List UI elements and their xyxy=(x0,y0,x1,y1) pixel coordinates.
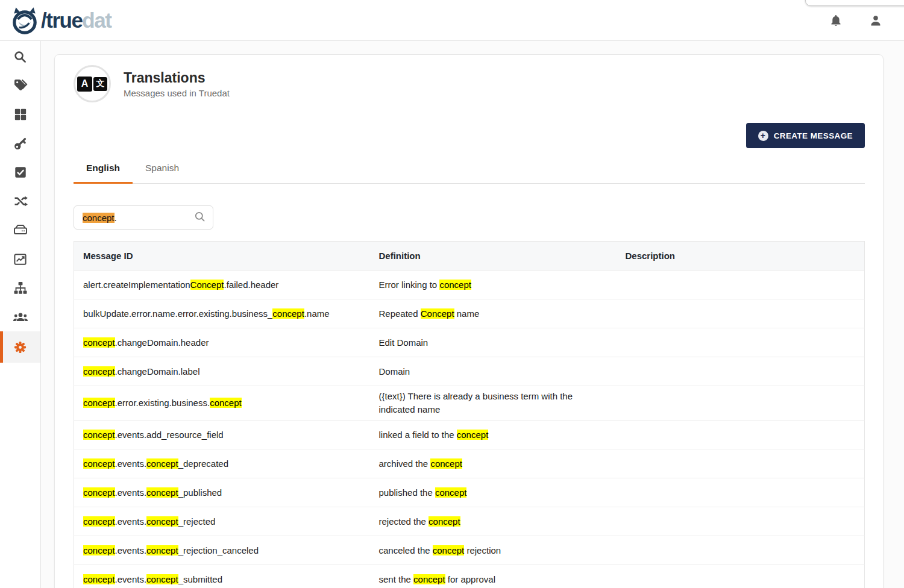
sidebar-item-users[interactable] xyxy=(0,302,40,331)
user-profile-icon[interactable] xyxy=(868,13,884,28)
cell-desc xyxy=(617,386,865,421)
plus-icon: + xyxy=(758,131,768,141)
text-segment: _rejected xyxy=(178,516,216,527)
tab-spanish[interactable]: Spanish xyxy=(133,163,192,184)
highlighted-match: concept xyxy=(430,458,462,469)
cell-def: canceled the concept rejection xyxy=(370,536,617,565)
translate-cjk-glyph: 文 xyxy=(93,77,107,91)
highlighted-match: concept xyxy=(146,487,178,498)
highlighted-match: concept xyxy=(83,398,115,408)
text-segment: .error.existing.business. xyxy=(115,398,210,408)
cell-mid: concept.events.concept_rejected xyxy=(74,507,370,536)
highlighted-match: concept xyxy=(457,430,489,440)
text-segment: archived the xyxy=(379,458,431,469)
highlighted-match: concept xyxy=(146,574,178,584)
table-row[interactable]: concept.events.concept_rejectedrejected … xyxy=(74,507,865,536)
cell-def: Edit Domain xyxy=(370,328,617,357)
language-tabs: English Spanish xyxy=(74,163,865,184)
page-title: Translations xyxy=(124,69,230,87)
top-navbar: /truedat xyxy=(0,0,904,41)
sidebar-item-tags[interactable] xyxy=(0,71,40,100)
sidebar-item-structure[interactable] xyxy=(0,274,40,302)
sidebar-item-modules[interactable] xyxy=(0,100,40,129)
highlighted-match: concept xyxy=(146,545,178,555)
brand-text: /truedat xyxy=(41,10,111,31)
text-segment: _rejection_canceled xyxy=(178,545,259,555)
highlighted-match: concept xyxy=(83,366,115,377)
create-message-button[interactable]: + CREATE MESSAGE xyxy=(746,123,865,148)
highlighted-match: concept xyxy=(83,337,115,348)
cell-mid: alert.createImplementationConcept.failed… xyxy=(74,271,370,299)
table-row[interactable]: alert.createImplementationConcept.failed… xyxy=(74,271,865,299)
sidebar-item-quality[interactable] xyxy=(0,245,40,274)
sidebar-item-search[interactable] xyxy=(0,42,40,71)
sidebar-item-tasks[interactable] xyxy=(0,158,40,187)
cell-desc xyxy=(617,478,865,507)
text-segment: linked a field to the xyxy=(379,430,457,440)
column-header-message-id: Message ID xyxy=(74,242,370,271)
highlighted-match: Concept xyxy=(190,280,224,290)
text-segment: .changeDomain.header xyxy=(115,337,209,348)
search-input[interactable]: concept. xyxy=(74,205,213,230)
cell-mid: concept.changeDomain.label xyxy=(74,357,370,386)
text-segment: Error linking to xyxy=(379,280,440,290)
cell-mid: bulkUpdate.error.name.error.existing.bus… xyxy=(74,299,370,328)
table-row[interactable]: concept.error.existing.business.concept(… xyxy=(74,386,865,421)
cell-mid: concept.events.concept_rejection_cancele… xyxy=(74,536,370,565)
highlighted-match: concept xyxy=(83,458,115,469)
cell-desc xyxy=(617,507,865,536)
translations-card: A 文 Translations Messages used in Trueda… xyxy=(54,54,884,588)
sitemap-icon xyxy=(13,281,28,295)
text-segment: canceled the xyxy=(379,545,433,555)
cell-def: sent the concept for approval xyxy=(370,565,617,588)
text-segment: Domain xyxy=(379,366,410,377)
truedat-logo[interactable]: /truedat xyxy=(10,5,111,36)
cell-mid: concept.events.concept_published xyxy=(74,478,370,507)
table-row[interactable]: bulkUpdate.error.name.error.existing.bus… xyxy=(74,299,865,328)
cell-mid: concept.events.add_resource_field xyxy=(74,421,370,449)
cell-mid: concept.error.existing.business.concept xyxy=(74,386,370,421)
text-segment: _submitted xyxy=(178,574,222,584)
main-content: A 文 Translations Messages used in Trueda… xyxy=(41,41,904,588)
highlighted-match: concept xyxy=(413,574,445,584)
tab-english[interactable]: English xyxy=(74,163,133,184)
cell-desc xyxy=(617,449,865,478)
text-segment: for approval xyxy=(445,574,495,584)
cell-def: Error linking to concept xyxy=(370,271,617,299)
text-segment: .events. xyxy=(115,545,147,555)
sidebar-item-systems[interactable] xyxy=(0,216,40,245)
owl-logo-icon xyxy=(10,5,40,36)
text-segment: bulkUpdate.error.name.error.existing.bus… xyxy=(83,308,272,319)
table-row[interactable]: concept.events.concept_publishedpublishe… xyxy=(74,478,865,507)
cell-desc xyxy=(617,536,865,565)
sidebar-item-lineage[interactable] xyxy=(0,187,40,216)
notifications-bell-icon[interactable] xyxy=(828,13,844,28)
translate-a-glyph: A xyxy=(77,77,92,92)
highlighted-match: concept xyxy=(83,516,115,527)
cell-mid: concept.events.concept_deprecated xyxy=(74,449,370,478)
table-row[interactable]: concept.events.concept_deprecatedarchive… xyxy=(74,449,865,478)
drive-icon xyxy=(13,223,28,237)
table-row[interactable]: concept.changeDomain.labelDomain xyxy=(74,357,865,386)
highlighted-match: concept xyxy=(428,516,460,527)
create-message-label: CREATE MESSAGE xyxy=(774,131,853,140)
page-subtitle: Messages used in Truedat xyxy=(124,88,230,98)
table-row[interactable]: concept.changeDomain.headerEdit Domain xyxy=(74,328,865,357)
left-sidebar xyxy=(0,41,41,588)
highlighted-match: concept xyxy=(433,545,465,555)
cell-desc xyxy=(617,565,865,588)
text-segment: name xyxy=(454,308,480,319)
sidebar-item-access[interactable] xyxy=(0,129,40,158)
translations-icon: A 文 xyxy=(74,65,111,102)
text-segment: alert.createImplementation xyxy=(83,280,190,290)
text-segment: Repeated xyxy=(379,308,421,319)
search-icon xyxy=(13,50,27,64)
sidebar-item-settings[interactable] xyxy=(0,331,40,363)
chart-icon xyxy=(13,252,27,266)
text-segment: .events.add_resource_field xyxy=(115,430,224,440)
table-row[interactable]: concept.events.add_resource_fieldlinked … xyxy=(74,421,865,449)
cell-desc xyxy=(617,271,865,299)
table-row[interactable]: concept.events.concept_submittedsent the… xyxy=(74,565,865,588)
table-row[interactable]: concept.events.concept_rejection_cancele… xyxy=(74,536,865,565)
highlighted-match: concept xyxy=(435,487,467,498)
